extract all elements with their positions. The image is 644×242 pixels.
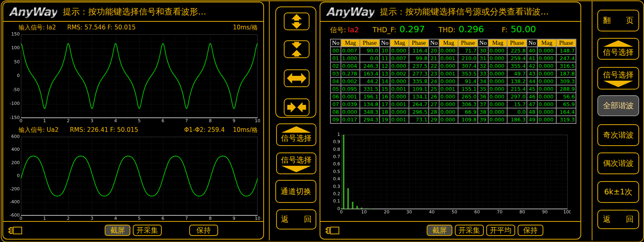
harmonic-cell: 210.0	[458, 54, 478, 62]
storage-device-icon	[325, 226, 340, 235]
harmonic-cell: 37	[478, 100, 488, 108]
harmonic-cell: 264.7	[409, 100, 429, 108]
even-harmonics-button[interactable]: 偶次谐波	[597, 152, 639, 174]
page-turn-button[interactable]: 翻 页	[597, 10, 639, 31]
wave2-signal-label: 输入信号: Ua2	[19, 126, 59, 134]
triangle-up-icon	[603, 40, 633, 47]
harmonic-col-header: No	[330, 39, 341, 47]
anyway-logo: AnyWay	[9, 5, 57, 19]
start-acquire-button[interactable]: 开采集	[133, 225, 162, 236]
harmonic-cell: 66.9	[458, 108, 478, 116]
voltage-waveform-chart	[9, 135, 260, 222]
harmonic-cell: 0.001	[439, 70, 458, 77]
signal-select-up-label: 信号选择	[281, 133, 312, 144]
compress-vertical-button[interactable]	[284, 40, 310, 58]
harmonic-cell: 296.5	[409, 108, 429, 116]
harmonic-cell: 10	[380, 47, 390, 54]
harmonic-cell: 225.8	[507, 47, 527, 54]
signal-label: 信号:	[330, 25, 346, 35]
harmonic-cell: 0.000	[537, 116, 556, 123]
harmonic-cell: 0.000	[488, 54, 507, 62]
harmonic-col-header: No	[429, 39, 439, 47]
wave1-stats: RMS: 57.546 F: 50.015	[67, 24, 136, 31]
harmonic-cell: 73.1	[409, 116, 429, 123]
all-harmonics-button[interactable]: 全部谐波	[597, 95, 639, 116]
harmonic-table-row: 000.00790.0100.000116.4200.00071.7300.00…	[330, 47, 576, 54]
signal-select-up-button[interactable]: 信号选择	[597, 38, 639, 60]
hold-button[interactable]: 保持	[518, 225, 543, 236]
harmonic-col-header: No	[527, 39, 537, 47]
thd-label: THD:	[438, 26, 455, 34]
harmonic-cell: 353.5	[458, 70, 478, 77]
harmonic-cell: 25	[429, 85, 439, 93]
harmonic-cell: 07	[330, 100, 341, 108]
signal-select-down-button[interactable]: 信号选择	[276, 152, 316, 174]
harmonic-table-row: 070.039134.8170.001264.7270.000306.3370.…	[330, 100, 576, 108]
harmonic-cell: 0.004	[341, 62, 360, 70]
waveform-panel: AnyWay 提示：按功能键选择信号和查看波形... 输入信号: Ia2 RMS…	[2, 2, 264, 240]
harmonic-table-row: 030.278163.4130.002277.3230.001353.5330.…	[330, 70, 576, 77]
back-button-right[interactable]: 返 回	[597, 210, 639, 229]
screenshot-button[interactable]: 截屏	[427, 225, 452, 236]
harmonic-cell: 02	[330, 62, 341, 70]
six-k-harmonics-button[interactable]: 6k±1次	[597, 181, 639, 203]
harmonic-cell: 31	[478, 54, 488, 62]
harmonic-cell: 0.007	[390, 54, 409, 62]
signal-select-up-label: 信号选择	[603, 47, 634, 58]
wave1-signal-label: 输入信号: Ia2	[19, 24, 56, 31]
back-button-left[interactable]: 返 回	[276, 209, 316, 229]
harmonic-cell: 0.000	[390, 77, 409, 85]
harmonic-cell: 109.8	[458, 116, 478, 123]
harmonic-cell: 109.1	[409, 85, 429, 93]
anyway-logo: AnyWay	[326, 5, 374, 19]
harmonic-cell: 0.000	[439, 93, 458, 100]
harmonic-col-header: Phase	[458, 39, 478, 47]
harmonic-cell: 306.3	[458, 100, 478, 108]
harmonic-cell: 42	[527, 62, 537, 70]
harmonic-cell: 0.0	[507, 108, 527, 116]
harmonic-cell: 56.6	[556, 93, 576, 100]
harmonic-cell: 18	[380, 108, 390, 116]
harmonic-cell: 71.7	[458, 47, 478, 54]
harmonic-cell: 01	[330, 54, 341, 62]
harmonic-cell: 0.001	[439, 54, 458, 62]
start-average-button[interactable]: 开平均	[486, 225, 515, 236]
harmonic-cell: 294.3	[360, 116, 380, 123]
harmonic-cell: 09	[330, 116, 341, 123]
signal-select-down-button[interactable]: 信号选择	[597, 67, 639, 90]
compress-horizontal-button[interactable]	[284, 98, 310, 116]
harmonic-cell: 48	[527, 108, 537, 116]
freq-label: F:	[502, 26, 507, 34]
expand-horizontal-button[interactable]	[284, 69, 310, 87]
harmonic-cell: 24	[429, 77, 439, 85]
harmonic-cell: 44	[527, 77, 537, 85]
harmonic-cell: 15	[380, 85, 390, 93]
odd-harmonics-button[interactable]: 奇次谐波	[597, 124, 639, 146]
channel-switch-button[interactable]: 通道切换	[275, 180, 316, 203]
hold-button[interactable]: 保持	[189, 225, 218, 236]
expand-vertical-button[interactable]	[284, 13, 310, 30]
signal-select-up-button[interactable]: 信号选择	[276, 123, 316, 146]
harmonic-cell: 309.3	[556, 77, 576, 85]
harmonic-cell: 0.000	[537, 62, 556, 70]
start-acquire-button[interactable]: 开采集	[455, 225, 484, 236]
left-panel-header: AnyWay 提示：按功能键选择信号和查看波形...	[3, 2, 263, 22]
screenshot-button[interactable]: 截屏	[105, 225, 130, 236]
harmonic-cell: 13	[380, 70, 390, 77]
harmonic-col-header: Phase	[556, 39, 576, 47]
harmonic-cell: 355.4	[507, 62, 527, 70]
harmonic-cell: 23	[429, 70, 439, 77]
harmonic-cell: 0.039	[341, 100, 360, 108]
harmonic-cell: 0.000	[341, 108, 360, 116]
harmonic-cell: 0.000	[488, 108, 507, 116]
harmonic-col-header: Mag	[488, 39, 507, 47]
harmonic-cell: 0.000	[488, 100, 507, 108]
harmonic-table-row: 080.000348.3180.000296.5280.00066.9380.0…	[330, 108, 576, 116]
harmonic-cell: 39	[478, 116, 488, 123]
harmonic-cell: 0.000	[439, 47, 458, 54]
harmonics-summary-row: 信号: Ia2 THD_F: 0.297 THD: 0.296 F: 50.00	[330, 24, 536, 36]
harmonic-cell: 44.2	[360, 77, 380, 85]
harmonic-cell: 0.000	[537, 85, 556, 93]
expand-horizontal-icon	[286, 71, 307, 86]
wave1-timebase: 10ms/格	[233, 24, 258, 31]
